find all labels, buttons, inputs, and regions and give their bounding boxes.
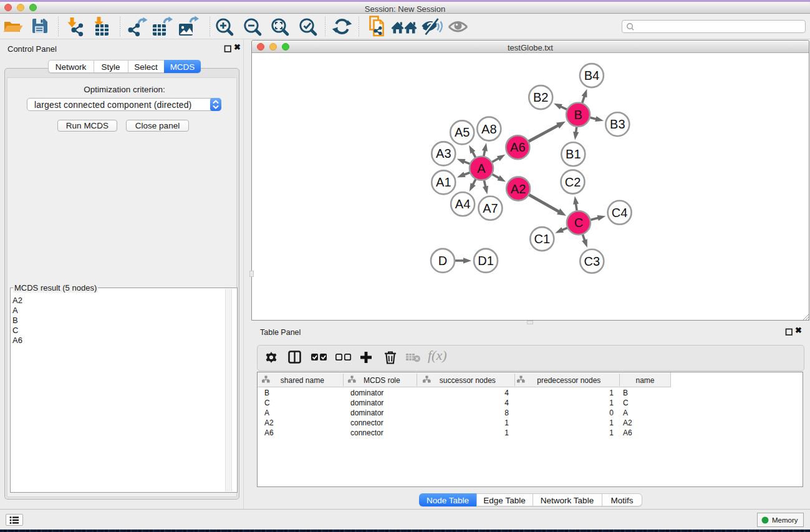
svg-text:B2: B2 [533, 90, 548, 104]
svg-text:A1: A1 [436, 175, 451, 189]
svg-text:A8: A8 [481, 122, 496, 136]
svg-text:A4: A4 [455, 197, 470, 211]
svg-text:C1: C1 [534, 232, 551, 246]
svg-text:B3: B3 [610, 117, 625, 131]
svg-text:C2: C2 [565, 175, 581, 189]
svg-text:C: C [574, 216, 583, 230]
svg-text:A3: A3 [436, 147, 451, 160]
svg-text:D1: D1 [478, 254, 494, 268]
svg-text:B: B [574, 108, 582, 122]
svg-text:A7: A7 [483, 201, 498, 215]
svg-text:A5: A5 [455, 125, 470, 139]
svg-text:A2: A2 [511, 182, 526, 196]
svg-text:A6: A6 [510, 140, 525, 154]
svg-text:C4: C4 [612, 206, 628, 220]
svg-text:D: D [438, 254, 447, 268]
svg-text:C3: C3 [584, 254, 600, 268]
svg-text:B1: B1 [566, 147, 581, 161]
svg-text:B4: B4 [584, 69, 599, 82]
svg-text:A: A [477, 162, 486, 175]
